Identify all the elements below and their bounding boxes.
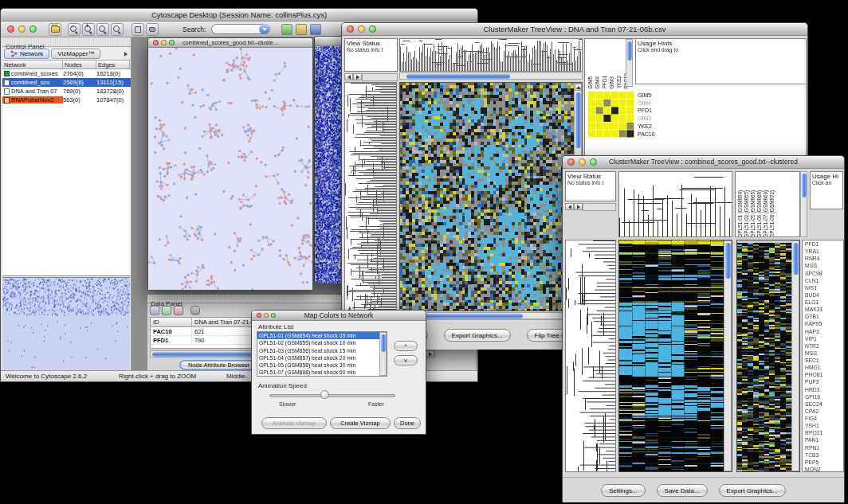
rotated-gene-label[interactable]: GIM4 — [595, 76, 600, 88]
tv2-action-button[interactable]: Save Data... — [657, 484, 708, 497]
node-attribute-browser-tab[interactable]: Node Attribute Browser — [179, 360, 258, 370]
minimize-button[interactable] — [18, 25, 26, 33]
move-up-button[interactable]: ^ — [394, 341, 418, 351]
matrix-gene-label[interactable]: PAC10 — [638, 131, 655, 139]
gene-label[interactable]: PFD1 — [803, 240, 843, 248]
gene-label[interactable]: CPA2 — [803, 408, 843, 415]
tv1-column-dendrogram-canvas[interactable] — [400, 39, 582, 71]
gene-label[interactable]: MAK31 — [803, 306, 843, 313]
tv2-mini-hscrollbar[interactable] — [565, 203, 616, 211]
gene-label[interactable]: PEP5 — [803, 459, 843, 466]
tv2-heatmap-vscrollbar[interactable] — [724, 240, 732, 471]
gene-label[interactable]: HAP3 — [803, 328, 843, 335]
network-table-row[interactable]: combined_scores 2764(0) 16218(0) — [2, 69, 131, 78]
column-label[interactable]: GPL51-07 (GSM869) — [763, 190, 768, 238]
tv2-heatmap-canvas[interactable] — [619, 240, 724, 471]
gene-label[interactable]: FIG4 — [803, 415, 843, 422]
gene-label[interactable]: BUD4 — [803, 291, 843, 299]
open-session-icon[interactable] — [49, 23, 61, 36]
treeview2-titlebar[interactable]: ClusterMaker TreeView : combined_scores_… — [563, 156, 844, 169]
gene-label[interactable]: PUF3 — [803, 378, 843, 385]
gene-label[interactable]: NTR2 — [803, 342, 843, 350]
create-vizmap-button[interactable]: Create Vizmap — [330, 417, 391, 429]
tv2-row-dendrogram-canvas[interactable] — [566, 240, 615, 471]
zoom-button[interactable] — [29, 25, 37, 33]
vscroll-thumb[interactable] — [381, 334, 387, 352]
hscroll-thumb[interactable] — [406, 74, 510, 79]
tab-vizmapper[interactable]: VizMapper™ — [51, 49, 100, 59]
database-icon[interactable] — [190, 306, 200, 315]
scroll-right-button[interactable] — [574, 203, 583, 210]
tv2-action-button[interactable]: Export Graphics... — [719, 484, 786, 497]
plugin-icon[interactable] — [310, 24, 321, 35]
scroll-right-button[interactable] — [426, 350, 434, 357]
attribute-list-vscrollbar[interactable] — [379, 332, 387, 376]
zoom-in-icon[interactable]: + — [82, 23, 95, 36]
zoom-selected-icon[interactable] — [96, 23, 109, 36]
treeview1-titlebar[interactable]: ClusterMaker TreeView : DNA and Tran 07-… — [342, 23, 807, 36]
tab-network[interactable]: Network — [4, 49, 49, 59]
network-table-header-cell[interactable]: Edges — [96, 61, 130, 68]
gene-label[interactable]: RPO21 — [803, 429, 843, 436]
animation-speed-slider[interactable] — [269, 394, 395, 397]
gene-label[interactable]: HRD3 — [803, 386, 843, 393]
gene-label[interactable]: GTB1 — [803, 313, 843, 320]
gene-label[interactable]: PHO81 — [803, 371, 843, 378]
move-down-button[interactable]: v — [394, 355, 418, 365]
tv2-column-labels-vscrollbar[interactable] — [800, 171, 807, 237]
close-button[interactable] — [7, 25, 14, 33]
tab-overflow-icon[interactable] — [124, 52, 128, 57]
zoom-out-icon[interactable]: - — [68, 23, 80, 36]
matrix-gene-label[interactable]: GIM4 — [638, 100, 655, 107]
scroll-up-button[interactable] — [575, 84, 582, 91]
dialog-titlebar[interactable]: Map Colors to Network — [252, 311, 426, 321]
gene-label[interactable]: SEC24 — [803, 400, 843, 408]
gene-label[interactable]: CLN1 — [803, 277, 843, 284]
rotated-gene-label[interactable]: GIM5 — [587, 76, 593, 88]
tv1-labels-vscrollbar[interactable] — [626, 39, 633, 87]
rotated-gene-label[interactable]: GIM3 — [609, 76, 614, 88]
gene-label[interactable]: YSH1 — [803, 422, 843, 429]
attribute-list-item[interactable]: GPL51-04 (GSM857) heat shock 20 min — [257, 354, 379, 361]
tv1-row-dendrogram-canvas[interactable] — [345, 83, 396, 311]
gene-label[interactable]: RPN1 — [803, 444, 843, 451]
gene-label[interactable]: MSI1 — [803, 262, 843, 269]
network-view-titlebar[interactable]: combined_scores_good.txt--cluste... — [148, 38, 312, 48]
animation-speed-slider-thumb[interactable] — [320, 390, 329, 399]
column-label[interactable]: GPL51-08 (GSM872) — [769, 190, 775, 238]
column-label[interactable]: GPL51-05 (GSM865) — [750, 190, 756, 238]
vscroll-thumb[interactable] — [802, 174, 807, 197]
vscroll-thumb[interactable] — [627, 41, 633, 61]
rotated-gene-label[interactable]: PFD1 — [602, 76, 607, 88]
vscroll-thumb[interactable] — [575, 92, 581, 148]
snapshot-icon[interactable] — [146, 23, 159, 36]
gene-label[interactable]: KAP95 — [803, 320, 843, 327]
attribute-list-item[interactable]: GPL51-07 (GSM868) heat shock 60 min — [257, 369, 379, 376]
gene-label[interactable]: VIP1 — [803, 335, 843, 342]
tv2-action-button[interactable]: Settings... — [601, 484, 646, 497]
gene-label[interactable]: SPC98 — [803, 270, 843, 277]
search-input[interactable] — [211, 24, 270, 34]
gene-label[interactable]: RNR4 — [803, 255, 843, 262]
network-table-header-cell[interactable]: Network — [2, 61, 63, 68]
attribute-list[interactable]: GPL51-01 (GSM854) heat shock 05 minGPL51… — [257, 331, 387, 377]
network-graph-canvas[interactable] — [148, 48, 312, 290]
vscroll-thumb[interactable] — [725, 243, 731, 279]
zoom-fit-icon[interactable] — [111, 23, 124, 36]
attribute-column-header[interactable]: ID — [151, 318, 192, 326]
scroll-left-button[interactable] — [344, 73, 353, 80]
birdseye-view-canvas[interactable] — [2, 277, 130, 370]
main-titlebar[interactable]: Cytoscape Desktop (Session Name: collins… — [1, 9, 477, 21]
tv2-column-dendrogram-canvas[interactable] — [619, 172, 732, 236]
done-button[interactable]: Done — [394, 417, 421, 429]
column-label[interactable]: GPL51-02 (GSM855) — [744, 190, 749, 238]
vizmapper-icon[interactable] — [281, 24, 292, 35]
gene-label[interactable]: TCB3 — [803, 451, 843, 459]
tv1-correlation-matrix-canvas[interactable] — [588, 92, 634, 138]
matrix-gene-label[interactable]: PFD1 — [638, 107, 655, 115]
network-table-row[interactable]: DNA and Tran 07 769(0) 183728(0) — [2, 87, 131, 96]
network-table-header-cell[interactable]: Nodes — [63, 61, 96, 68]
gene-label[interactable]: MSI1 — [803, 350, 843, 357]
gene-label[interactable]: ELG1 — [803, 299, 843, 306]
tv1-action-button[interactable]: Export Graphics... — [444, 329, 511, 342]
